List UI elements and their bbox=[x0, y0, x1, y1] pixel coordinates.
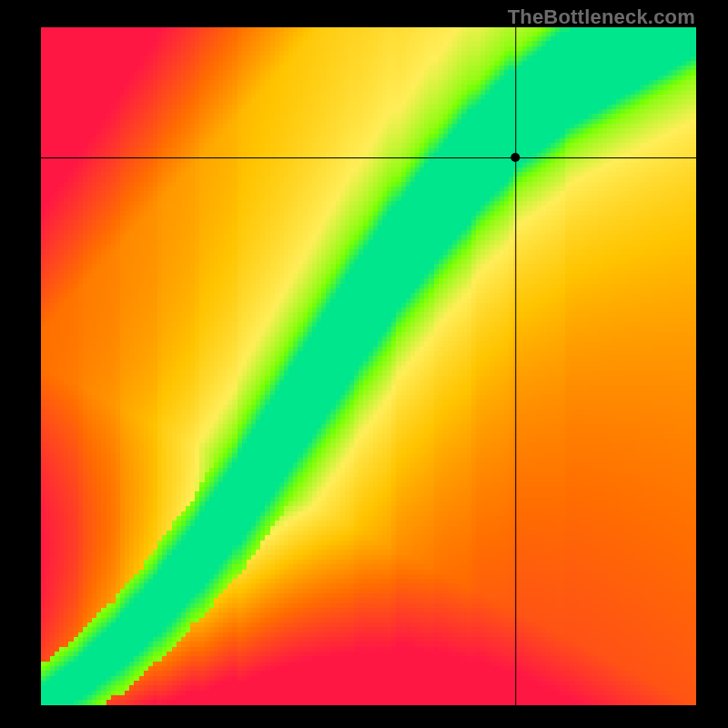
chart-container: TheBottleneck.com bbox=[0, 0, 728, 728]
watermark-text: TheBottleneck.com bbox=[508, 5, 695, 29]
bottleneck-heatmap bbox=[41, 27, 696, 705]
